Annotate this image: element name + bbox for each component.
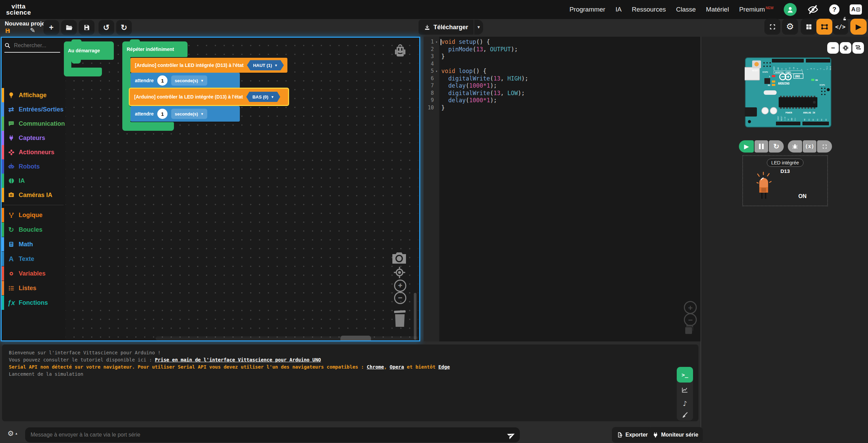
nav-materiel[interactable]: Matériel [706, 6, 729, 13]
code-zoom-in-button[interactable]: + [684, 301, 697, 314]
wait-value-field[interactable]: 1 [157, 75, 167, 86]
serial-message-input[interactable] [25, 427, 520, 442]
board-select-button[interactable] [840, 42, 851, 54]
code-editor[interactable]: 1▾void setup() {2 pinMode(13, OUTPUT);3}… [424, 37, 701, 341]
sidebar-item-ia[interactable]: IA [2, 174, 66, 188]
sim-restart-button[interactable]: ↻ [769, 140, 784, 153]
sidebar-item-texte[interactable]: A Texte [2, 252, 66, 266]
fold-icon[interactable]: ▾ [434, 68, 439, 75]
led-block-low-selected[interactable]: [Arduino] contrôler la LED intégrée (D13… [129, 88, 289, 106]
search-input[interactable] [13, 42, 59, 49]
copy-code-button[interactable] [685, 325, 693, 334]
console-link[interactable]: Prise en main de l'interface Vittascienc… [155, 357, 321, 362]
sim-variables-button[interactable]: (x) [803, 140, 816, 153]
led-block-high[interactable]: [Arduino] contrôler la LED intégrée (D13… [130, 58, 287, 73]
sidebar-item-affichage[interactable]: Affichage [2, 88, 66, 102]
led-state-dropdown[interactable]: BAS (0)▼ [246, 92, 280, 102]
sim-pause-button[interactable] [755, 140, 768, 153]
sim-fullscreen-button[interactable] [817, 140, 832, 153]
chart-icon [681, 387, 688, 393]
zoom-in-button[interactable]: + [394, 280, 406, 292]
nav-programmer[interactable]: Programmer [569, 6, 605, 13]
redo-button[interactable]: ↻ [116, 20, 132, 35]
serial-monitor-button[interactable]: Moniteur série [648, 427, 703, 443]
block-search[interactable] [4, 40, 60, 53]
export-button[interactable]: Exporter [612, 427, 653, 443]
sim-play-button[interactable]: ▶ [739, 140, 754, 153]
screenshot-camera-icon[interactable] [391, 251, 407, 265]
nav-ressources[interactable]: Ressources [632, 6, 666, 13]
undo-button[interactable]: ↺ [99, 20, 114, 35]
horizontal-scrollbar-handle[interactable] [340, 336, 371, 340]
wiring-button[interactable] [852, 42, 864, 54]
serial-settings-button[interactable]: ⚙▲ [7, 429, 18, 438]
language-button[interactable]: A [850, 4, 862, 15]
trash-icon[interactable] [392, 308, 408, 328]
led-widget[interactable]: LED intégrée D13 ON [742, 155, 828, 206]
recenter-target-icon[interactable] [393, 266, 406, 279]
rename-project-icon[interactable]: ✎ [30, 26, 35, 34]
nav-ia[interactable]: IA [616, 6, 622, 13]
wait-block-1[interactable]: attendre 1 seconde(s)▼ [130, 73, 240, 88]
nav-classe[interactable]: Classe [676, 6, 696, 13]
sidebar-item-logique[interactable]: Logique [2, 208, 66, 222]
sidebar-item-label: Texte [19, 255, 34, 263]
repeat-block[interactable]: Répéter indéfiniment [122, 41, 188, 57]
nav-premium[interactable]: PremiumNEW [739, 6, 774, 13]
code-zoom-out-button[interactable]: − [684, 313, 697, 326]
sim-debug-button[interactable] [788, 140, 802, 153]
console-link[interactable]: Chrome [367, 364, 384, 370]
run-button[interactable]: ▶ [850, 19, 867, 35]
led-state-dropdown[interactable]: HAUT (1)▼ [247, 60, 284, 70]
horizontal-scrollbar-track[interactable] [156, 336, 418, 340]
zoom-out-button[interactable]: − [394, 292, 406, 304]
console-clear-tab[interactable] [677, 412, 693, 419]
sidebar-item-actionneurs[interactable]: Actionneurs [2, 145, 66, 159]
code-view-button[interactable]: </> [832, 19, 848, 35]
sidebar-item-communication[interactable]: Communication [2, 117, 66, 131]
fold-icon[interactable]: ▾ [434, 38, 439, 46]
console-link[interactable]: Opera [390, 364, 404, 370]
collapse-panel-button[interactable]: − [827, 42, 839, 54]
cable-icon [855, 45, 861, 51]
start-block[interactable]: Au démarrage [64, 41, 114, 60]
vertical-scrollbar[interactable] [414, 293, 417, 340]
console-terminal-tab[interactable]: >_ [677, 367, 693, 383]
accessibility-toggle[interactable] [807, 3, 819, 16]
sidebar-item-capteurs[interactable]: Capteurs [2, 131, 66, 145]
help-button[interactable]: ? [829, 4, 839, 15]
save-project-button[interactable] [79, 20, 94, 35]
user-avatar[interactable] [784, 3, 797, 16]
save-icon [83, 24, 90, 31]
fullscreen-button[interactable] [764, 19, 780, 35]
settings-button[interactable]: ⚙ [782, 19, 798, 35]
sidebar-item-math[interactable]: Math [2, 237, 66, 251]
new-project-button[interactable]: + [43, 20, 59, 35]
block-workspace[interactable] [66, 38, 418, 340]
sidebar-item-variables[interactable]: Variables [2, 266, 66, 281]
open-project-button[interactable] [61, 20, 77, 35]
arduino-uno-board[interactable]: RESET ICSP2 AREFGND1312~11~10~987~6~54~3… [745, 57, 832, 128]
wait-block-2[interactable]: attendre 1 seconde(s)▼ [130, 106, 240, 122]
sidebar-item-robots[interactable]: Robots [2, 159, 66, 174]
send-message-button[interactable] [507, 431, 516, 440]
grid-view-button[interactable] [801, 19, 817, 35]
console-link[interactable]: Edge [438, 364, 450, 370]
serial-console[interactable]: Bienvenue sur l'interface Vittascience p… [2, 344, 698, 421]
sidebar-item-fonctions[interactable]: ƒx Fonctions [2, 296, 66, 310]
blocks-view-button[interactable] [816, 19, 832, 35]
sidebar-item-entrees-sorties[interactable]: ⇄ Entrées/Sorties [2, 102, 66, 117]
sidebar-item-boucles[interactable]: ↻ Boucles [2, 223, 66, 237]
wait-unit-dropdown[interactable]: seconde(s)▼ [171, 75, 207, 86]
download-options-button[interactable]: ▼ [474, 20, 483, 35]
sidebar-item-listes[interactable]: Listes [2, 281, 66, 295]
backpack-icon[interactable] [392, 43, 408, 59]
vittascience-logo[interactable]: vitta science [6, 3, 31, 16]
wait-unit-dropdown[interactable]: seconde(s)▼ [171, 109, 207, 119]
sidebar-item-cameras-ia[interactable]: Caméras IA [2, 188, 66, 202]
wait-value-field[interactable]: 1 [157, 109, 167, 119]
download-button[interactable]: Télécharger [419, 20, 474, 35]
console-chart-tab[interactable] [677, 387, 693, 393]
console-music-tab[interactable]: ♪ [677, 400, 693, 408]
project-name[interactable]: Nouveau projet [5, 20, 47, 27]
